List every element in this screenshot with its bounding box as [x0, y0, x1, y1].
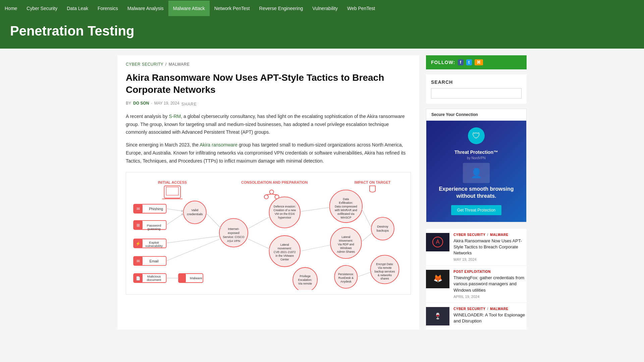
article-title: Akira Ransomware Now Uses APT-Style Tact…: [126, 72, 411, 96]
svg-text:A: A: [436, 239, 440, 245]
svg-text:⊞: ⊞: [137, 223, 140, 228]
svg-text:Via remote: Via remote: [378, 266, 392, 269]
breadcrumb-subcategory: MALWARE: [169, 62, 190, 67]
related-date-2: APRIL 19, 2024: [453, 295, 527, 299]
article-author[interactable]: DO SON: [133, 101, 149, 106]
sidebar-follow: FOLLOW: f t ⌘: [426, 55, 527, 69]
svg-rect-0: [129, 176, 407, 290]
nav-cyber-security[interactable]: Cyber Security: [22, 1, 62, 16]
svg-rect-49: [178, 274, 186, 283]
ad-cta-button[interactable]: Get Threat Protection: [451, 205, 502, 215]
svg-text:Exfiltration:: Exfiltration:: [339, 201, 353, 204]
sidebar: FOLLOW: f t ⌘ SEARCH Secure Your Connect…: [426, 55, 527, 329]
svg-text:document: document: [147, 278, 161, 282]
svg-text:Persistence:: Persistence:: [338, 273, 354, 276]
svg-text:INITIAL ACCESS: INITIAL ACCESS: [158, 180, 187, 184]
related-item: A CYBER SECURITY / MALWARE Akira Ransomw…: [426, 229, 527, 266]
related-title-3[interactable]: WINELOADER: A Tool for Espionage and Dis…: [453, 312, 527, 324]
svg-text:& networks: & networks: [378, 273, 392, 277]
svg-text:VM on the ESXi: VM on the ESXi: [275, 212, 295, 215]
svg-text:WinSCP: WinSCP: [340, 216, 351, 219]
site-title: Penetration Testing: [10, 23, 634, 39]
ad-person-image: 👤: [463, 163, 490, 183]
svg-text:Malware: Malware: [190, 276, 202, 280]
svg-text:shares: shares: [380, 277, 389, 280]
svg-text:Internet-: Internet-: [228, 227, 239, 231]
by-label: BY: [126, 101, 131, 106]
related-category-3: CYBER SECURITY / MALWARE: [453, 307, 527, 311]
svg-text:Defence evasion:: Defence evasion:: [274, 205, 296, 208]
ad-heading: Experience smooth browsing without threa…: [433, 186, 520, 200]
svg-text:Destroy: Destroy: [377, 224, 388, 228]
svg-text:✉: ✉: [137, 259, 140, 263]
related-meta-1: CYBER SECURITY / MALWARE Akira Ransomwar…: [453, 233, 527, 262]
article-content: CYBER SECURITY / MALWARE Akira Ransomwar…: [117, 55, 419, 329]
svg-text:ASA VPN: ASA VPN: [227, 239, 240, 243]
sidebar-related-articles: A CYBER SECURITY / MALWARE Akira Ransomw…: [426, 229, 527, 330]
article-paragraph-1: A recent analysis by S-RM, a global cybe…: [126, 113, 411, 136]
related-meta-3: CYBER SECURITY / MALWARE WINELOADER: A T…: [453, 307, 527, 325]
meta-separator: ·: [151, 101, 152, 106]
svg-text:hypervisor: hypervisor: [278, 216, 291, 219]
nav-network-pentest[interactable]: Network PenTest: [210, 1, 255, 16]
svg-text:Data: Data: [343, 197, 349, 201]
article-meta: BY DO SON · MAY 19, 2024 SHARE: [126, 100, 411, 107]
svg-text:with WinRAR and: with WinRAR and: [334, 208, 357, 212]
facebook-icon[interactable]: f: [458, 59, 464, 65]
svg-text:CONSOLIDATION AND PREPARATION: CONSOLIDATION AND PREPARATION: [241, 180, 308, 184]
nordvpn-shield-icon: 🛡: [468, 127, 485, 144]
svg-text:Admin Shares: Admin Shares: [337, 250, 355, 253]
rss-icon[interactable]: ⌘: [475, 59, 483, 65]
related-category-2: POST EXPLOITATION: [453, 270, 527, 274]
search-input[interactable]: [431, 88, 522, 99]
follow-label: FOLLOW:: [431, 60, 455, 65]
attack-flow-diagram: INITIAL ACCESS CONSOLIDATION AND PREPARA…: [129, 176, 407, 290]
svg-text:Anydesk: Anydesk: [340, 280, 352, 283]
sidebar-ad: Secure Your Connection 🛡 Threat Protecti…: [426, 109, 527, 222]
nav-forensics[interactable]: Forensics: [93, 1, 123, 16]
nav-reverse-engineering[interactable]: Reverse Engineering: [255, 1, 308, 16]
related-meta-2: POST EXPLOITATION ThievingFox: gather cr…: [453, 270, 527, 299]
nav-data-leak[interactable]: Data Leak: [62, 1, 93, 16]
svg-text:Escalation:: Escalation:: [298, 278, 312, 282]
srm-link[interactable]: S-RM: [169, 114, 181, 119]
svg-text:exposed: exposed: [228, 231, 239, 235]
related-item: 🦊 POST EXPLOITATION ThievingFox: gather …: [426, 266, 527, 303]
article-body: A recent analysis by S-RM, a global cybe…: [126, 113, 411, 165]
breadcrumb-separator: /: [165, 62, 167, 67]
svg-text:movement:: movement:: [278, 247, 292, 250]
svg-text:Email: Email: [149, 259, 158, 263]
nav-home[interactable]: Home: [0, 1, 22, 16]
ad-logo-sub: by NordVPN: [467, 156, 486, 160]
related-title-2[interactable]: ThievingFox: gather credentials from var…: [453, 275, 527, 293]
svg-text:Encrypt Data:: Encrypt Data:: [376, 262, 393, 265]
svg-text:Lateral: Lateral: [341, 235, 350, 239]
main-nav: Home Cyber Security Data Leak Forensics …: [0, 0, 644, 17]
breadcrumb-category[interactable]: CYBER SECURITY: [126, 62, 163, 67]
related-title-1[interactable]: Akira Ransomware Now Uses APT-Style Tact…: [453, 238, 527, 256]
svg-text:📄: 📄: [136, 276, 141, 281]
twitter-icon[interactable]: t: [466, 59, 472, 65]
ad-logo-text: Threat Protection™: [454, 149, 498, 155]
ad-inner: 🛡 Threat Protection™ by NordVPN 👤 Experi…: [426, 121, 526, 222]
svg-text:Windows: Windows: [340, 246, 352, 250]
svg-text:RustDesk &: RustDesk &: [338, 276, 354, 280]
nav-malware-attack[interactable]: Malware Attack: [168, 1, 210, 16]
share-label: SHARE: [181, 102, 197, 107]
akira-ransomware-link[interactable]: Akira ransomware: [200, 142, 237, 147]
related-category-1: CYBER SECURITY / MALWARE: [453, 233, 527, 237]
nav-malware-analysis[interactable]: Malware Analysis: [123, 1, 168, 16]
svg-text:Movement:: Movement:: [339, 239, 353, 242]
svg-text:Via RDP and: Via RDP and: [338, 243, 354, 246]
svg-text:🍷: 🍷: [434, 312, 442, 320]
nav-web-pentest[interactable]: Web PenTest: [342, 1, 380, 16]
related-item: 🍷 CYBER SECURITY / MALWARE WINELOADER: A…: [426, 303, 527, 329]
related-thumb-1: A: [426, 233, 449, 251]
svg-text:Lateral: Lateral: [280, 243, 289, 246]
svg-text:Valid: Valid: [191, 208, 198, 212]
svg-text:CVE-2021-21972: CVE-2021-21972: [274, 250, 296, 254]
nav-vulnerability[interactable]: Vulnerability: [308, 1, 342, 16]
article-diagram: INITIAL ACCESS CONSOLIDATION AND PREPARA…: [126, 172, 411, 295]
svg-text:IMPACT ON TARGET: IMPACT ON TARGET: [355, 180, 391, 184]
sidebar-search-widget: SEARCH: [426, 74, 527, 104]
